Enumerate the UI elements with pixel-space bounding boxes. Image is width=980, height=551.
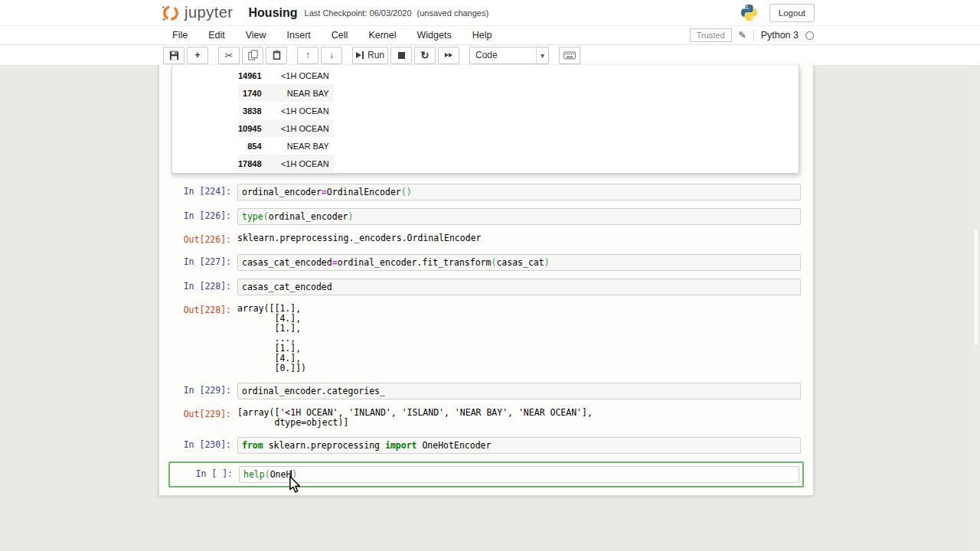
row-value: NEAR BAY (276, 84, 334, 102)
cell-type-dropdown[interactable]: Code ▾ (469, 47, 549, 64)
move-cell-up-button[interactable]: ↑ (297, 47, 318, 64)
table-row: 1740 NEAR BAY (238, 84, 334, 102)
paste-cell-button[interactable] (266, 47, 287, 64)
input-prompt: In [ ]: (170, 466, 239, 483)
code-input[interactable]: type(ordinal_encoder) (237, 208, 801, 225)
jupyter-logo-icon (161, 3, 181, 23)
active-code-cell[interactable]: In [ ]: help(OneH) (168, 461, 804, 487)
input-prompt: In [224]: (159, 184, 237, 201)
row-index: 10945 (238, 119, 276, 137)
code-cell-224: In [224]: ordinal_encoder=OrdinalEncoder… (159, 184, 801, 201)
scrolled-output-area[interactable]: 14961 <1H OCEAN 1740 NEAR BAY 3838 <1H O… (172, 65, 799, 174)
page-scrollbar-track[interactable] (972, 65, 980, 551)
code-input[interactable]: casas_cat_encoded=ordinal_encoder.fit_tr… (237, 254, 801, 271)
table-row: 3838 <1H OCEAN (238, 102, 334, 119)
checkpoint-text: Last Checkpoint: 06/03/2020 (305, 8, 412, 18)
output-cell-228: Out[228]: array([[1.], [4.], [1.], ..., … (159, 303, 801, 373)
table-row: 14961 <1H OCEAN (238, 67, 334, 84)
table-row: 17848 <1H OCEAN (238, 155, 334, 172)
notebook-container: 14961 <1H OCEAN 1740 NEAR BAY 3838 <1H O… (158, 65, 814, 496)
row-index: 1740 (238, 84, 276, 102)
output-cell-226: Out[226]: sklearn.preprocessing._encoder… (159, 233, 801, 245)
output-cell-229: Out[229]: [array(['<1H OCEAN', 'INLAND',… (159, 407, 801, 428)
menu-view[interactable]: View (246, 30, 266, 41)
row-index: 3838 (238, 102, 276, 119)
code-input[interactable]: ordinal_encoder.categories_ (237, 383, 801, 399)
notebook-title[interactable]: Housing (249, 6, 298, 20)
output-text: [array(['<1H OCEAN', 'INLAND', 'ISLAND',… (237, 408, 593, 428)
edit-mode-pencil-icon: ✎ (739, 30, 746, 41)
row-index: 854 (238, 137, 276, 155)
code-input[interactable]: casas_cat_encoded (237, 279, 801, 295)
output-prompt: Out[229]: (159, 407, 237, 428)
restart-run-all-button[interactable] (438, 47, 459, 64)
notebook-header: jupyter Housing Last Checkpoint: 06/03/2… (0, 0, 980, 26)
divider (753, 30, 754, 41)
trusted-badge[interactable]: Trusted (690, 28, 732, 42)
menu-bar: File Edit View Insert Cell Kernel Widget… (0, 26, 980, 45)
menu-widgets[interactable]: Widgets (417, 30, 452, 41)
input-prompt: In [230]: (159, 437, 237, 454)
interrupt-kernel-button[interactable] (390, 47, 412, 64)
cut-icon: ✂ (225, 50, 234, 61)
row-value: <1H OCEAN (276, 102, 334, 119)
run-label: Run (368, 50, 384, 60)
stop-icon (398, 52, 405, 59)
copy-cell-button[interactable] (242, 47, 263, 64)
row-value: <1H OCEAN (276, 119, 334, 137)
row-value: <1H OCEAN (276, 67, 334, 84)
logout-button[interactable]: Logout (769, 4, 815, 22)
menu-help[interactable]: Help (472, 30, 492, 41)
run-icon-bar (362, 51, 364, 59)
code-cell-228: In [228]: casas_cat_encoded (159, 279, 801, 295)
move-cell-down-button[interactable]: ↓ (321, 47, 342, 64)
kernel-name: Python 3 (761, 30, 799, 41)
input-prompt: In [227]: (159, 254, 237, 271)
command-palette-button[interactable] (559, 47, 580, 64)
menu-file[interactable]: File (172, 30, 188, 41)
menu-edit[interactable]: Edit (208, 30, 225, 41)
row-value: <1H OCEAN (276, 155, 334, 172)
toolbar: + ✂ ↑ ↓ Run ↻ Code (0, 45, 980, 65)
fast-forward-icon (445, 53, 452, 57)
input-prompt: In [229]: (159, 383, 237, 399)
menu-kernel[interactable]: Kernel (368, 30, 396, 41)
save-button[interactable] (163, 47, 185, 64)
add-cell-button[interactable]: + (187, 47, 208, 64)
input-prompt: In [228]: (159, 279, 237, 295)
code-input[interactable]: ordinal_encoder=OrdinalEncoder() (237, 184, 801, 201)
code-input-active[interactable]: help(OneH) (239, 466, 799, 483)
paste-icon (272, 50, 282, 60)
output-prompt: Out[228]: (159, 303, 237, 373)
jupyter-logo[interactable]: jupyter (161, 3, 249, 23)
restart-kernel-button[interactable]: ↻ (414, 47, 436, 64)
copy-icon (248, 50, 258, 60)
code-input[interactable]: from sklearn.preprocessing import OneHot… (237, 437, 801, 454)
keyboard-icon (564, 51, 576, 60)
cut-cell-button[interactable]: ✂ (218, 47, 240, 64)
notebook-site: 14961 <1H OCEAN 1740 NEAR BAY 3838 <1H O… (0, 65, 980, 551)
output-text: array([[1.], [4.], [1.], ..., [1.], [4.]… (237, 304, 306, 373)
input-prompt: In [226]: (159, 208, 237, 225)
menu-insert[interactable]: Insert (287, 30, 311, 41)
page-scrollbar-thumb[interactable] (973, 228, 979, 347)
output-text: sklearn.preprocessing._encoders.OrdinalE… (237, 233, 482, 245)
arrow-down-icon: ↓ (329, 50, 334, 60)
cell-type-value: Code (470, 50, 536, 60)
code-cell-226: In [226]: type(ordinal_encoder) (159, 208, 801, 225)
run-icon (356, 52, 361, 58)
unsaved-changes-text: (unsaved changes) (417, 8, 489, 18)
run-cell-button[interactable]: Run (352, 47, 388, 64)
python-logo-icon (741, 5, 757, 21)
code-cell-227: In [227]: casas_cat_encoded=ordinal_enco… (159, 254, 801, 271)
plus-icon: + (194, 50, 200, 60)
chevron-down-icon: ▾ (536, 47, 548, 64)
arrow-up-icon: ↑ (305, 50, 310, 60)
table-row: 10945 <1H OCEAN (238, 119, 334, 137)
restart-icon: ↻ (420, 49, 429, 61)
row-index: 17848 (238, 155, 276, 172)
menu-cell[interactable]: Cell (332, 30, 348, 41)
table-row: 854 NEAR BAY (238, 137, 334, 155)
code-cell-230: In [230]: from sklearn.preprocessing imp… (159, 437, 801, 454)
series-output-table: 14961 <1H OCEAN 1740 NEAR BAY 3838 <1H O… (238, 67, 334, 172)
